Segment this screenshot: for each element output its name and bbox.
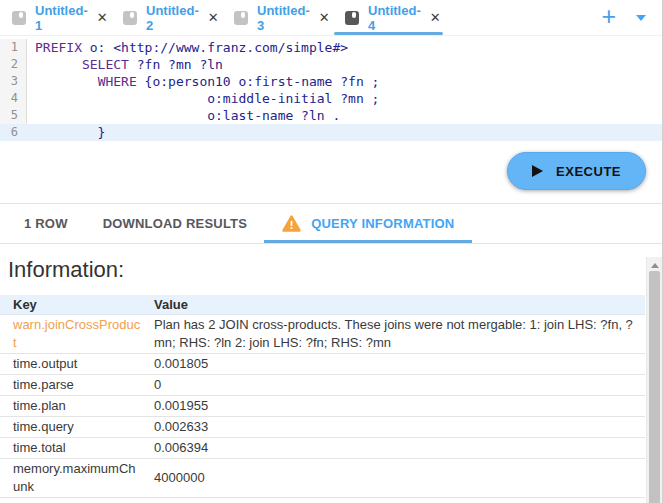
value-column-header: Value [148, 295, 645, 315]
close-icon[interactable]: ✕ [208, 10, 219, 25]
allegrograph-query-view: Untitled-1✕Untitled-2✕Untitled-3✕Untitle… [0, 0, 663, 503]
results-tab-1-row[interactable]: 1 ROW [0, 204, 92, 243]
key-cell: memory.maximumMap [0, 498, 148, 503]
code-line[interactable]: 5 o:last-name ?ln . [0, 107, 662, 124]
tab-label: Untitled-4 [368, 3, 421, 33]
tab-label: Untitled-3 [257, 3, 310, 33]
information-heading: Information: [8, 257, 654, 283]
query-information-panel: Information: Key Value warn.joinCrossPro… [0, 257, 662, 503]
scrollbar-thumb[interactable] [649, 271, 660, 503]
results-tab-download-results[interactable]: DOWNLOAD RESULTS [92, 204, 259, 243]
results-tab-bar: 1 ROWDOWNLOAD RESULTSQUERY INFORMATION [0, 203, 662, 244]
table-row: time.plan0.001955 [0, 396, 645, 417]
table-row: warn.joinCrossProductPlan has 2 JOIN cro… [0, 315, 645, 354]
code-line[interactable]: 1PREFIX o: <http://www.franz.com/simple#… [0, 39, 662, 56]
save-icon [234, 11, 248, 25]
table-header-row: Key Value [0, 295, 645, 315]
line-number: 3 [0, 73, 27, 90]
results-tab-label: QUERY INFORMATION [311, 216, 454, 231]
editor-tab-untitled-1[interactable]: Untitled-1✕ [0, 0, 111, 35]
line-number: 6 [0, 124, 27, 141]
key-cell: memory.maximumChunk [0, 459, 148, 498]
editor-tab-untitled-4[interactable]: Untitled-4✕ [333, 0, 444, 35]
key-cell: time.total [0, 438, 148, 459]
line-number: 2 [0, 56, 27, 73]
tab-label: Untitled-1 [35, 3, 88, 33]
new-tab-button plus-icon[interactable]: + [601, 4, 616, 29]
code-text: } [27, 124, 662, 141]
key-cell: warn.joinCrossProduct [0, 315, 148, 354]
warning-icon [282, 215, 301, 232]
save-icon [123, 11, 137, 25]
close-icon[interactable]: ✕ [430, 10, 441, 25]
code-text: PREFIX o: <http://www.franz.com/simple#> [27, 39, 662, 56]
value-cell: 4000000 [148, 459, 645, 498]
line-number: 1 [0, 39, 27, 56]
save-icon [345, 11, 359, 25]
execute-button[interactable]: EXECUTE [507, 152, 646, 190]
code-line[interactable]: 6 } [0, 124, 662, 141]
play-icon [532, 165, 543, 177]
results-tab-label: 1 ROW [24, 216, 68, 231]
value-cell: 8036000 [148, 498, 645, 503]
code-line[interactable]: 3 WHERE {o:person10 o:first-name ?fn ; [0, 73, 662, 90]
value-cell: 0 [148, 375, 645, 396]
table-row: memory.maximumMap8036000 [0, 498, 645, 503]
table-row: time.output0.001805 [0, 354, 645, 375]
code-line[interactable]: 4 o:middle-initial ?mn ; [0, 90, 662, 107]
tab-bar-actions: + [601, 0, 662, 35]
line-number: 5 [0, 107, 27, 124]
execute-label: EXECUTE [556, 164, 621, 179]
table-row: time.total0.006394 [0, 438, 645, 459]
key-cell: time.plan [0, 396, 148, 417]
tab-label: Untitled-2 [146, 3, 199, 33]
query-tab-bar: Untitled-1✕Untitled-2✕Untitled-3✕Untitle… [0, 0, 662, 36]
key-column-header: Key [0, 295, 148, 315]
key-cell: time.query [0, 417, 148, 438]
table-row: memory.maximumChunk4000000 [0, 459, 645, 498]
code-line[interactable]: 2 SELECT ?fn ?mn ?ln [0, 56, 662, 73]
vertical-scrollbar[interactable] [646, 257, 662, 503]
code-text: SELECT ?fn ?mn ?ln [27, 56, 662, 73]
scrollbar-up-arrow[interactable] [651, 263, 659, 268]
table-row: time.parse0 [0, 375, 645, 396]
code-text: o:middle-initial ?mn ; [27, 90, 662, 107]
value-cell: Plan has 2 JOIN cross-products. These jo… [148, 315, 645, 354]
value-cell: 0.001805 [148, 354, 645, 375]
close-icon[interactable]: ✕ [97, 10, 108, 25]
code-text: o:last-name ?ln . [27, 107, 662, 124]
tab-menu-button caret-down-icon[interactable] [636, 15, 646, 21]
editor-tab-untitled-2[interactable]: Untitled-2✕ [111, 0, 222, 35]
results-tab-label: DOWNLOAD RESULTS [103, 216, 248, 231]
key-cell: time.parse [0, 375, 148, 396]
save-icon [12, 11, 26, 25]
value-cell: 0.006394 [148, 438, 645, 459]
line-number: 4 [0, 90, 27, 107]
close-icon[interactable]: ✕ [319, 10, 330, 25]
value-cell: 0.002633 [148, 417, 645, 438]
value-cell: 0.001955 [148, 396, 645, 417]
information-table: Key Value warn.joinCrossProductPlan has … [0, 295, 645, 503]
key-cell: time.output [0, 354, 148, 375]
table-row: time.query0.002633 [0, 417, 645, 438]
code-lines[interactable]: 1PREFIX o: <http://www.franz.com/simple#… [0, 36, 662, 141]
editor-tab-untitled-3[interactable]: Untitled-3✕ [222, 0, 333, 35]
sparql-query-editor[interactable]: 1PREFIX o: <http://www.franz.com/simple#… [0, 36, 662, 203]
results-tab-query-information[interactable]: QUERY INFORMATION [264, 204, 472, 243]
code-text: WHERE {o:person10 o:first-name ?fn ; [27, 73, 662, 90]
